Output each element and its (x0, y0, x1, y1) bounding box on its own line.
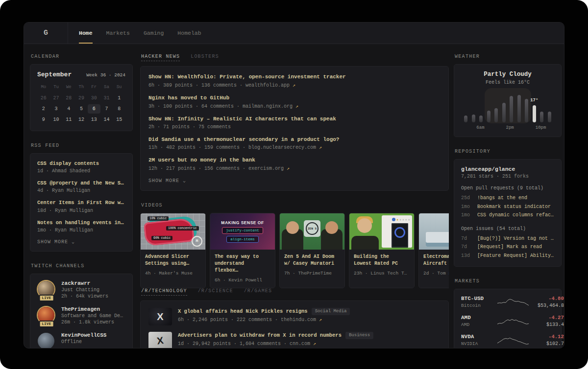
chevron-down-icon: ⌄ (183, 178, 186, 184)
twitch-channel-meta: 26m · 1.8k viewers (61, 320, 125, 325)
tab-r-games[interactable]: /R/GAMES (244, 288, 272, 296)
video-title: Zen 5 And AI Doom w/ Casey Muratori (284, 254, 340, 267)
calendar-day[interactable]: 3 (50, 104, 63, 114)
calendar-day[interactable]: 12 (75, 115, 88, 124)
twitch-channel-row[interactable]: KevinPowellCSS Offline (37, 332, 125, 348)
calendar-day[interactable]: 28 (62, 93, 75, 103)
reddit-post[interactable]: X X global affairs head Nick Pickles res… (148, 308, 441, 325)
calendar-day[interactable]: 4 (62, 104, 75, 114)
rss-item[interactable]: CSS @property and the New Style 4d · Rya… (37, 180, 125, 193)
calendar-day[interactable]: 26 (37, 93, 50, 103)
calendar-day[interactable]: 5 (75, 104, 88, 114)
dashboard-content: CALENDAR September Week 36 · 2024 MoTuWe… (24, 44, 564, 348)
calendar-day[interactable]: 15 (113, 115, 125, 124)
calendar-day[interactable]: 1 (113, 93, 125, 103)
hacker-news-widget: Show HN: Wealthfolio: Private, open-sour… (140, 66, 449, 191)
reddit-post[interactable]: X Advertisers plan to withdraw from X in… (148, 332, 441, 348)
video-card[interactable]: Electromagnetic Aircraft Launcher 2d · T… (418, 213, 449, 288)
calendar-day[interactable]: 2 (37, 104, 50, 114)
rss-item[interactable]: Center Items in First Row with… 18d · Ry… (37, 199, 125, 213)
video-card[interactable]: ZEN 5 Zen 5 And AI Doom w/ Casey Murator… (279, 213, 345, 288)
issue-title[interactable]: [Request] Mark as read (477, 243, 542, 252)
weather-bar-cell (477, 91, 485, 122)
nav-tab-markets[interactable]: Markets (106, 23, 130, 44)
tab-r-science[interactable]: /R/SCIENCE (198, 288, 233, 296)
rss-item[interactable]: CSS display contents 1d · Ahmad Shadeed (37, 160, 125, 174)
weather-bar-cell (485, 91, 493, 122)
star-icon: ★ (405, 217, 407, 222)
hn-story[interactable]: Show HN: Infinity – Realistic AI charact… (148, 115, 441, 130)
external-link-icon: ↗ (319, 145, 322, 150)
weather-axis-label: 6am (476, 125, 484, 130)
external-link-icon: ↗ (295, 104, 298, 109)
hn-show-more-button[interactable]: SHOW MORE ⌄ (148, 178, 441, 184)
twitch-channel-row[interactable]: LIVE ThePrimeagen Software and Game Deve… (37, 306, 125, 325)
market-row[interactable]: BTC-USD Bitcoin -4.80% $53,464.86 (461, 296, 554, 308)
reddit-post-meta: 6h · 2,246 points · 222 comments · thehi… (178, 317, 350, 323)
calendar-day[interactable]: 30 (88, 93, 100, 103)
rss-show-more-button[interactable]: SHOW MORE ⌄ (37, 239, 125, 245)
weather-chart: 17° (461, 91, 554, 122)
tab-hacker-news[interactable]: HACKER NEWS (141, 54, 180, 61)
video-thumbnail-zen5: ZEN 5 (280, 213, 344, 250)
hn-story[interactable]: Nginx has moved to GitHub 3h · 100 point… (148, 94, 441, 109)
market-row[interactable]: NVDA NVIDIA -4.12% $102.79 (461, 334, 554, 346)
calendar-day[interactable]: 9 (37, 115, 50, 124)
hn-story-meta: 2h · 71 points · 75 comments (148, 124, 441, 130)
calendar-day[interactable]: 10 (50, 115, 63, 124)
calendar-day[interactable]: 31 (100, 93, 113, 103)
pr-age: 25d (461, 194, 474, 203)
weather-bar (525, 99, 528, 122)
hn-story-meta: 6h · 389 points · 136 comments · wealthf… (148, 82, 441, 88)
market-row[interactable]: AMD AMD -4.27% $133.48 (461, 315, 554, 327)
tab-r-technology[interactable]: /R/TECHNOLOGY (141, 288, 187, 296)
market-price: $53,464.86 (529, 303, 564, 308)
video-card[interactable]: MAKING SENSE OF justify-content align-it… (210, 213, 275, 288)
star-icon: ★ (396, 217, 399, 222)
calendar-section-label: CALENDAR (31, 54, 133, 59)
rss-item[interactable]: Notes on handling events in We… 1mo · Ry… (37, 219, 125, 233)
repo-stats: 7,281 stars · 251 forks (461, 174, 554, 179)
nav-tab-gaming[interactable]: Gaming (144, 23, 164, 44)
weather-axis-label: 2pm (506, 125, 514, 130)
app-logo[interactable]: G (24, 23, 68, 44)
weather-axis-label (499, 125, 506, 130)
video-card[interactable]: ★★★★★ Building the Lowest Rated PC 23h ·… (349, 213, 415, 288)
weather-bar (464, 115, 467, 122)
pr-title[interactable]: Bookmark status indicator (477, 203, 551, 211)
twitch-channel-category: Just Chatting (61, 287, 125, 293)
video-card[interactable]: 10% cubic 100% concentric 60% cubic M Ad… (140, 213, 206, 288)
issue-title[interactable]: [Bug(?)] Version tag not showin… (477, 234, 554, 243)
calendar-day[interactable]: 14 (100, 115, 113, 124)
pr-title[interactable]: !bangs at the end (477, 194, 527, 203)
hn-story-meta: 11h · 482 points · 159 comments · blog.n… (148, 144, 441, 150)
calendar-day[interactable]: 29 (75, 93, 88, 103)
screen-frame: G Home Markets Gaming Homelab CALENDAR S… (0, 0, 588, 369)
weather-condition: Partly Cloudy (461, 71, 554, 78)
twitch-section-label: TWITCH CHANNELS (31, 263, 133, 269)
hn-story[interactable]: 2M users but no money in the bank 12h · … (148, 157, 441, 171)
tab-lobsters[interactable]: LOBSTERS (191, 54, 219, 61)
twitch-channel-row[interactable]: LIVE zackrawrr Just Chatting 2h · 64k vi… (37, 280, 125, 299)
calendar-day[interactable]: 6 (88, 104, 100, 114)
hn-story[interactable]: Did Sandia use a thermonuclear secondary… (148, 136, 441, 151)
hn-story[interactable]: Show HN: Wealthfolio: Private, open-sour… (148, 73, 441, 88)
nav-tab-home[interactable]: Home (79, 23, 93, 44)
market-symbol: NVDA (461, 334, 497, 340)
reddit-tabs: /R/TECHNOLOGY /R/SCIENCE /R/GAMES (141, 288, 449, 296)
nav-tab-homelab[interactable]: Homelab (177, 23, 201, 44)
calendar-day[interactable]: 8 (113, 104, 125, 114)
calendar-day[interactable]: 27 (50, 93, 63, 103)
current-temp-label: 17° (530, 98, 538, 103)
repo-name[interactable]: glanceapp/glance (461, 166, 554, 172)
reddit-post-meta: 1d · 29,942 points · 1,604 comments · cn… (178, 341, 373, 346)
weather-bar-cell (462, 91, 470, 122)
calendar-day[interactable]: 11 (62, 115, 75, 124)
weather-bar (510, 96, 513, 122)
calendar-day[interactable]: 13 (88, 115, 100, 124)
issue-title[interactable]: [Feature Request] Ability to ch… (477, 252, 554, 260)
pr-title[interactable]: CSS dynamic columns refactor an… (477, 211, 554, 220)
calendar-day[interactable]: 7 (100, 104, 113, 114)
flair-badge: Social Media (312, 308, 350, 315)
weather-bar-cell (508, 91, 515, 122)
